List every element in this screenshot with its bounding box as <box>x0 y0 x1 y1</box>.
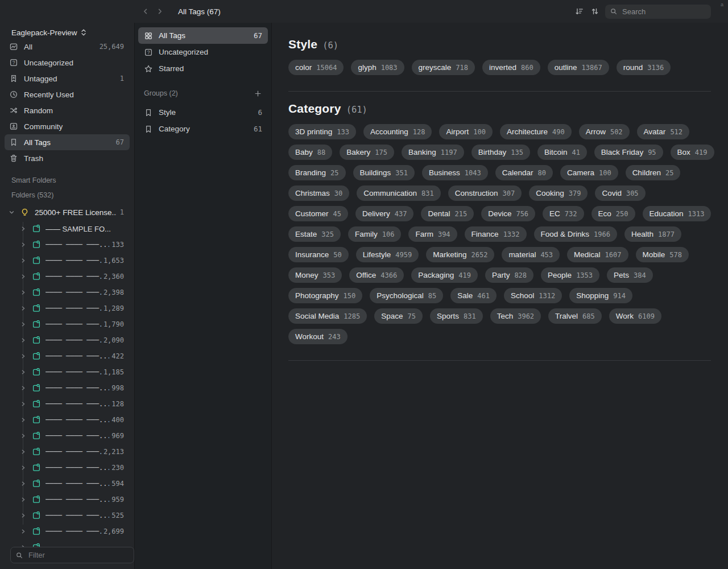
search-input[interactable] <box>621 7 706 17</box>
tag-chip-education[interactable]: Education1313 <box>643 206 712 221</box>
folder-row[interactable]: ──── ──── ───...998 <box>0 380 134 396</box>
tag-chip-pets[interactable]: Pets384 <box>607 267 653 283</box>
tag-chip-food-drinks[interactable]: Food & Drinks1966 <box>534 226 617 242</box>
chevron-right-icon[interactable] <box>19 256 28 265</box>
folder-row[interactable]: ──── ──── ───...230 <box>0 460 134 476</box>
tag-chip-mobile[interactable]: Mobile578 <box>636 247 689 262</box>
tag-chip-eco[interactable]: Eco250 <box>592 206 635 221</box>
folder-row[interactable]: ──── ──── ───... <box>0 539 134 547</box>
tag-chip-architecture[interactable]: Architecture490 <box>500 124 572 139</box>
chevron-right-icon[interactable] <box>19 320 28 329</box>
chevron-right-icon[interactable] <box>19 399 28 409</box>
tag-chip-banking[interactable]: Banking1197 <box>402 145 464 160</box>
tag-chip-glyph[interactable]: glyph1083 <box>351 60 404 75</box>
folder-row[interactable]: ──── ──── ───...2,360 <box>0 269 134 284</box>
tag-chip-branding[interactable]: Branding25 <box>288 165 346 180</box>
folder-row[interactable]: ──── ──── ───...133 <box>0 237 134 253</box>
folder-row[interactable]: ──── ──── ───...400 <box>0 412 134 428</box>
add-group-icon[interactable] <box>254 89 262 98</box>
sort-descending-icon[interactable] <box>574 6 585 17</box>
tag-chip-calendar[interactable]: Calendar80 <box>495 165 553 180</box>
tag-chip-photography[interactable]: Photography150 <box>288 288 362 303</box>
tag-chip-school[interactable]: School1312 <box>504 288 562 303</box>
chevron-right-icon[interactable] <box>19 288 28 297</box>
tag-chip-birthday[interactable]: Birthday135 <box>471 145 530 160</box>
tag-chip-money[interactable]: Money353 <box>288 267 342 283</box>
chevron-right-icon[interactable] <box>19 495 28 504</box>
chevron-right-icon[interactable] <box>19 447 28 456</box>
tag-chip-customer[interactable]: Customer45 <box>288 206 348 221</box>
tag-chip-health[interactable]: Health1877 <box>624 226 681 242</box>
folder-row[interactable]: ──── ──── ───...1,185 <box>0 364 134 380</box>
folder-row[interactable]: ──── ──── ───...128 <box>0 396 134 412</box>
tag-chip-workout[interactable]: Workout243 <box>288 329 348 344</box>
chevron-right-icon[interactable] <box>19 368 28 377</box>
chevron-down-icon[interactable] <box>7 208 16 217</box>
tag-chip-tralvel[interactable]: Tralvel685 <box>548 308 602 324</box>
tag-chip-inverted[interactable]: inverted860 <box>482 60 540 75</box>
tag-chip-farm[interactable]: Farm394 <box>408 226 457 242</box>
nav-forward-icon[interactable] <box>155 7 164 16</box>
tag-chip-sports[interactable]: Sports831 <box>430 308 483 324</box>
tags-panel-item-all-tags[interactable]: All Tags67 <box>138 27 268 44</box>
sidebar-item-untagged[interactable]: Untagged1 <box>5 71 130 86</box>
tag-chip-3d-printing[interactable]: 3D printing133 <box>288 124 356 139</box>
sidebar-item-random[interactable]: Random <box>5 102 130 118</box>
sidebar-item-trash[interactable]: Trash <box>5 150 130 166</box>
chevron-right-icon[interactable] <box>19 240 28 249</box>
tag-chip-sale[interactable]: Sale461 <box>450 288 497 303</box>
tag-chip-communication[interactable]: Communication831 <box>357 185 440 201</box>
tag-chip-buildings[interactable]: Buildings351 <box>353 165 415 180</box>
tag-chip-airport[interactable]: Airport100 <box>439 124 492 139</box>
folder-row[interactable]: ──── ──── ───...1,653 <box>0 253 134 269</box>
tag-chip-office[interactable]: Office4366 <box>349 267 404 283</box>
tag-chip-cooking[interactable]: Cooking379 <box>529 185 588 201</box>
sort-direction-icon[interactable] <box>590 6 600 17</box>
sidebar-item-recently-used[interactable]: Recently Used <box>5 86 130 102</box>
tag-chip-bitcoin[interactable]: Bitcoin41 <box>537 145 587 160</box>
filter-input[interactable] <box>27 550 129 560</box>
nav-back-icon[interactable] <box>141 7 150 16</box>
tag-chip-psychological[interactable]: Psychological85 <box>370 288 443 303</box>
tag-chip-christmas[interactable]: Christmas30 <box>288 185 349 201</box>
tag-chip-work[interactable]: Work6109 <box>609 308 661 324</box>
tags-panel-item-starred[interactable]: Starred <box>138 60 268 77</box>
tag-chip-lifestyle[interactable]: Lifestyle4959 <box>356 247 419 262</box>
sidebar-item-all[interactable]: All25,649 <box>5 39 130 55</box>
tag-chip-device[interactable]: Device756 <box>481 206 535 221</box>
tag-chip-arrow[interactable]: Arrow502 <box>579 124 630 139</box>
tag-chip-baby[interactable]: Baby88 <box>288 145 332 160</box>
chevron-right-icon[interactable] <box>19 352 28 361</box>
tag-chip-packaging[interactable]: Packaging419 <box>411 267 478 283</box>
chevron-right-icon[interactable] <box>19 479 28 488</box>
tag-chip-insurance[interactable]: Insurance50 <box>288 247 349 262</box>
folder-row[interactable]: ──── ──── ───...422 <box>0 348 134 364</box>
tag-chip-outline[interactable]: outline13867 <box>548 60 609 75</box>
folder-root-row[interactable]: 25000+ FREE License... 1 <box>3 204 132 220</box>
tag-chip-family[interactable]: Family106 <box>348 226 401 242</box>
sidebar-item-all-tags[interactable]: All Tags67 <box>5 134 130 150</box>
chevron-right-icon[interactable] <box>19 304 28 313</box>
chevron-right-icon[interactable] <box>19 384 28 393</box>
folder-row[interactable]: ──── ──── ───...594 <box>0 476 134 492</box>
folder-row[interactable]: ──── ──── ───...1,790 <box>0 316 134 332</box>
tag-chip-social-media[interactable]: Social Media1285 <box>288 308 367 324</box>
tag-chip-round[interactable]: round3136 <box>617 60 671 75</box>
folder-row[interactable]: ──── ──── ───...2,398 <box>0 284 134 300</box>
tag-chip-estate[interactable]: Estate325 <box>288 226 341 242</box>
tag-chip-ec[interactable]: EC732 <box>543 206 584 221</box>
tag-chip-finance[interactable]: Finance1332 <box>465 226 527 242</box>
chevron-right-icon[interactable] <box>19 415 28 424</box>
tag-chip-delivery[interactable]: Delivery437 <box>355 206 413 221</box>
group-item-category[interactable]: Category61 <box>138 121 268 137</box>
chevron-right-icon[interactable] <box>19 336 28 345</box>
tag-chip-medical[interactable]: Medical1607 <box>567 247 628 262</box>
tag-chip-avatar[interactable]: Avatar512 <box>637 124 689 139</box>
tag-chip-people[interactable]: People1353 <box>541 267 599 283</box>
chevron-right-icon[interactable] <box>19 463 28 472</box>
tag-chip-tech[interactable]: Tech3962 <box>490 308 541 324</box>
tag-chip-marketing[interactable]: Marketing2652 <box>426 247 494 262</box>
tag-chip-shopping[interactable]: Shopping914 <box>569 288 632 303</box>
sidebar-item-community[interactable]: Community <box>5 118 130 134</box>
folder-row[interactable]: ──── ──── ───...969 <box>0 428 134 444</box>
